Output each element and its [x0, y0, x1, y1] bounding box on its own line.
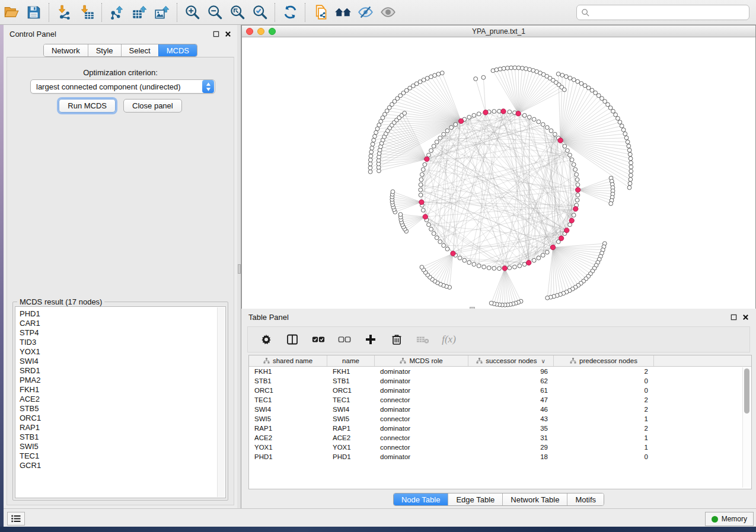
- hide-selected-button[interactable]: [354, 2, 377, 23]
- result-node-item[interactable]: SWI4: [20, 357, 225, 366]
- trash-icon: [391, 334, 402, 345]
- zoom-in-button[interactable]: [181, 2, 203, 23]
- tab-select[interactable]: Select: [121, 44, 158, 56]
- table-row[interactable]: FKH1FKH1dominator962: [249, 367, 751, 376]
- cell-successor-nodes: 46: [468, 405, 554, 414]
- tab-network[interactable]: Network: [44, 44, 88, 56]
- tab-motifs[interactable]: Motifs: [567, 493, 604, 505]
- network-window-titlebar[interactable]: YPA_prune.txt_1: [242, 25, 755, 37]
- search-input[interactable]: [590, 7, 749, 18]
- show-all-button[interactable]: [377, 2, 399, 23]
- table-row[interactable]: SWI4SWI4dominator462: [249, 405, 751, 414]
- result-node-item[interactable]: PMA2: [20, 376, 225, 385]
- memory-button[interactable]: Memory: [705, 512, 754, 526]
- vertical-splitter[interactable]: [237, 25, 241, 508]
- cell-predecessor-nodes: 1: [554, 443, 654, 452]
- column-header-predecessor-nodes[interactable]: predecessor nodes: [554, 355, 654, 366]
- result-node-item[interactable]: SRD1: [20, 366, 225, 376]
- zoom-selected-button[interactable]: [248, 2, 271, 23]
- table-row[interactable]: PHD1PHD1dominator180: [249, 452, 751, 462]
- cell-name: YOX1: [327, 443, 375, 452]
- column-header-shared-name[interactable]: shared name: [249, 355, 327, 366]
- tab-style[interactable]: Style: [88, 44, 121, 56]
- open-file-button[interactable]: [0, 2, 23, 23]
- table-row[interactable]: YOX1YOX1connector291: [249, 443, 751, 452]
- import-table-button[interactable]: [75, 2, 98, 23]
- deselect-all-button[interactable]: [338, 333, 351, 346]
- run-mcds-button[interactable]: Run MCDS: [59, 99, 116, 113]
- result-node-item[interactable]: SWI5: [20, 442, 225, 451]
- task-history-button[interactable]: [7, 512, 25, 525]
- cell-MCDS-role: connector: [375, 443, 468, 452]
- first-neighbors-button[interactable]: [331, 2, 354, 23]
- add-column-button[interactable]: [364, 333, 377, 346]
- sort-indicator-icon: ∨: [541, 358, 545, 364]
- mcds-tab-content: Optimization criterion: largest connecte…: [7, 57, 234, 505]
- export-network-button[interactable]: [106, 2, 128, 23]
- close-panel-button[interactable]: Close panel: [123, 99, 182, 113]
- result-node-item[interactable]: CAR1: [20, 319, 225, 328]
- result-node-item[interactable]: ORC1: [20, 414, 225, 423]
- table-row[interactable]: SWI5SWI5connector431: [249, 414, 751, 424]
- table-row[interactable]: TEC1TEC1connector472: [249, 395, 751, 405]
- tab-edge-table[interactable]: Edge Table: [448, 493, 502, 505]
- result-node-item[interactable]: STP4: [20, 328, 225, 338]
- column-header-successor-nodes[interactable]: successor nodes∨: [468, 355, 554, 366]
- network-graph[interactable]: [242, 38, 755, 331]
- cell-predecessor-nodes: 2: [554, 367, 654, 376]
- cell-MCDS-role: dominator: [375, 405, 468, 414]
- result-node-item[interactable]: RAP1: [20, 423, 225, 432]
- select-all-button[interactable]: [312, 333, 325, 346]
- network-window-title: YPA_prune.txt_1: [242, 27, 755, 36]
- result-node-item[interactable]: STB5: [20, 404, 225, 414]
- result-list-scrollbar[interactable]: [217, 307, 225, 497]
- column-header-MCDS-role[interactable]: MCDS role: [375, 355, 468, 366]
- memory-label: Memory: [722, 515, 747, 523]
- column-header-name[interactable]: name: [327, 355, 375, 366]
- close-panel-icon[interactable]: [742, 314, 749, 321]
- table-row[interactable]: ACE2ACE2connector311: [249, 433, 751, 443]
- save-session-button[interactable]: [23, 2, 45, 23]
- copy-network-button[interactable]: [309, 2, 331, 23]
- criterion-dropdown[interactable]: largest connected component (undirected): [30, 79, 215, 94]
- cell-successor-nodes: 47: [468, 395, 554, 405]
- shared-column-icon: [400, 358, 406, 364]
- float-panel-icon[interactable]: [213, 31, 219, 37]
- result-node-item[interactable]: YOX1: [20, 347, 225, 357]
- export-table-button[interactable]: [128, 2, 151, 23]
- table-row[interactable]: RAP1RAP1dominator352: [249, 424, 751, 433]
- result-node-item[interactable]: STB1: [20, 432, 225, 442]
- tab-mcds[interactable]: MCDS: [158, 44, 197, 56]
- result-node-item[interactable]: TID3: [20, 338, 225, 347]
- search-box[interactable]: [576, 5, 749, 20]
- result-node-item[interactable]: ACE2: [20, 395, 225, 404]
- tab-network-table[interactable]: Network Table: [502, 493, 567, 505]
- close-panel-icon[interactable]: [225, 31, 231, 37]
- zoom-out-button[interactable]: [203, 2, 226, 23]
- table-scrollbar[interactable]: [742, 367, 751, 488]
- delete-column-button[interactable]: [390, 333, 403, 346]
- result-node-item[interactable]: TEC1: [20, 451, 225, 461]
- network-canvas[interactable]: [242, 38, 755, 331]
- table-row[interactable]: STB1STB1dominator620: [249, 376, 751, 386]
- refresh-icon: [282, 4, 298, 20]
- float-panel-icon[interactable]: [731, 314, 737, 321]
- result-node-item[interactable]: GCR1: [20, 461, 225, 470]
- export-image-button[interactable]: [151, 2, 173, 23]
- cell-shared-name: FKH1: [249, 367, 327, 376]
- cell-predecessor-nodes: 1: [554, 414, 654, 424]
- control-panel-title: Control Panel: [9, 30, 56, 39]
- zoom-fit-button[interactable]: [226, 2, 248, 23]
- refresh-button[interactable]: [279, 2, 301, 23]
- tab-node-table[interactable]: Node Table: [394, 493, 448, 505]
- table-row[interactable]: ORC1ORC1dominator610: [249, 386, 751, 395]
- result-node-item[interactable]: FKH1: [20, 385, 225, 395]
- import-network-button[interactable]: [53, 2, 75, 23]
- mcds-result-list[interactable]: PHD1CAR1STP4TID3YOX1SWI4SRD1PMA2FKH1ACE2…: [15, 306, 226, 498]
- import-network-icon: [56, 4, 72, 20]
- table-scrollbar-thumb[interactable]: [744, 368, 749, 414]
- result-node-item[interactable]: PHD1: [20, 309, 225, 319]
- show-columns-button[interactable]: [286, 333, 299, 346]
- criterion-dropdown-value: largest connected component (undirected): [31, 82, 202, 91]
- table-settings-button[interactable]: [260, 333, 273, 346]
